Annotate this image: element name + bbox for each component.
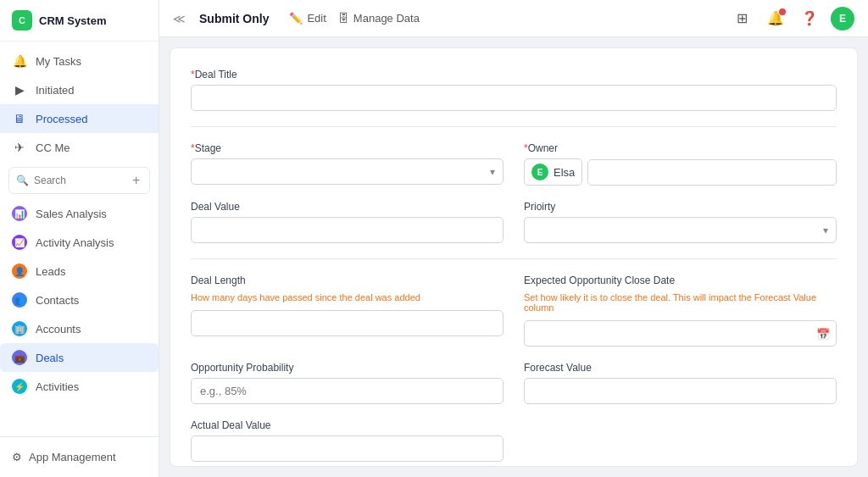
app-management-item[interactable]: ⚙ App Management	[12, 446, 147, 469]
sidebar-footer: ⚙ App Management	[0, 436, 159, 477]
main: ≪ Submit Only ✏️ Edit 🗄 Manage Data ⊞ 🔔 …	[159, 0, 868, 477]
sidebar-item-deals[interactable]: 💼 Deals	[0, 343, 159, 372]
forecast-value-label: Forecast Value	[524, 362, 837, 374]
manage-data-button[interactable]: 🗄 Manage Data	[338, 12, 420, 25]
priority-select-wrapper	[524, 217, 837, 243]
sales-analysis-icon: 📊	[12, 206, 27, 221]
leads-icon: 👤	[12, 263, 27, 279]
topbar-title: Submit Only	[199, 12, 269, 25]
add-search-button[interactable]: +	[131, 172, 142, 189]
gear-icon: ⚙	[12, 451, 22, 463]
topbar-right: ⊞ 🔔 ❓ E	[729, 6, 854, 31]
database-icon: 🗄	[338, 12, 349, 25]
topbar-actions: ✏️ Edit 🗄 Manage Data	[289, 12, 419, 25]
stage-select[interactable]	[191, 158, 504, 185]
owner-label: *Owner	[524, 142, 837, 154]
topbar: ≪ Submit Only ✏️ Edit 🗄 Manage Data ⊞ 🔔 …	[159, 0, 868, 37]
divider-1	[191, 126, 837, 127]
deal-value-label: Deal Value	[191, 201, 504, 213]
send-icon: ✈	[12, 140, 27, 155]
owner-group: *Owner E Elsa	[524, 142, 837, 186]
grid-icon-button[interactable]: ⊞	[729, 6, 754, 31]
deal-length-group: Deal Length How many days have passed si…	[191, 275, 504, 347]
search-input[interactable]	[34, 175, 125, 186]
app-title: CRM System	[39, 14, 106, 27]
actual-deal-row: Actual Deal Value	[191, 419, 837, 462]
length-close-row: Deal Length How many days have passed si…	[191, 275, 837, 347]
actual-deal-input[interactable]	[191, 435, 504, 462]
deal-length-hint: How many days have passed since the deal…	[191, 292, 504, 302]
stage-label: *Stage	[191, 142, 504, 154]
expected-close-label: Expected Opportunity Close Date	[524, 275, 837, 286]
deal-value-input[interactable]	[191, 217, 504, 243]
sidebar-header: C CRM System	[0, 0, 159, 42]
sidebar-item-contacts[interactable]: 👥 Contacts	[0, 286, 159, 314]
deal-length-input[interactable]	[191, 310, 504, 336]
activities-icon: ⚡	[12, 379, 27, 394]
collapse-button[interactable]: ≪	[173, 12, 186, 25]
sidebar-item-accounts[interactable]: 🏢 Accounts	[0, 314, 159, 343]
opp-prob-group: Opportunity Probability	[191, 362, 504, 404]
value-priority-row: Deal Value Prioirty	[191, 201, 837, 243]
sidebar-item-activities[interactable]: ⚡ Activities	[0, 372, 159, 401]
deal-title-group: *Deal Title	[191, 69, 837, 111]
owner-display: E Elsa	[524, 158, 582, 186]
calendar-icon-expected[interactable]: 📅	[816, 327, 830, 340]
sidebar-item-my-tasks[interactable]: 🔔 My Tasks	[0, 47, 159, 75]
expected-close-input[interactable]	[524, 320, 837, 347]
expected-close-date-wrapper: 📅	[524, 320, 837, 347]
notifications-button[interactable]: 🔔	[763, 6, 788, 31]
activity-analysis-icon: 📈	[12, 235, 27, 250]
owner-avatar: E	[531, 164, 548, 180]
placeholder-group	[524, 419, 837, 462]
expected-close-group: Expected Opportunity Close Date Set how …	[524, 275, 837, 347]
stage-group: *Stage	[191, 142, 504, 186]
sidebar-item-leads[interactable]: 👤 Leads	[0, 257, 159, 286]
help-button[interactable]: ❓	[797, 6, 822, 31]
sidebar-item-sales-analysis[interactable]: 📊 Sales Analysis	[0, 199, 159, 228]
owner-name: Elsa	[554, 166, 575, 179]
notification-dot	[779, 8, 786, 15]
owner-row: E Elsa	[524, 158, 837, 186]
play-icon: ▶	[12, 82, 27, 97]
deal-title-label: *Deal Title	[191, 69, 837, 80]
search-bar: 🔍 +	[8, 167, 150, 194]
sidebar-item-processed[interactable]: 🖥 Processed	[0, 104, 159, 133]
expected-close-hint: Set how likely it is to close the deal. …	[524, 292, 837, 313]
sidebar: C CRM System 🔔 My Tasks ▶ Initiated 🖥 Pr…	[0, 0, 159, 477]
edit-button[interactable]: ✏️ Edit	[289, 12, 326, 25]
accounts-icon: 🏢	[12, 321, 27, 336]
user-avatar[interactable]: E	[831, 7, 854, 31]
deal-value-group: Deal Value	[191, 201, 504, 243]
stage-owner-row: *Stage *Owner E Elsa	[191, 142, 837, 186]
opp-prob-input[interactable]	[191, 378, 504, 404]
opp-prob-label: Opportunity Probability	[191, 362, 504, 374]
search-icon: 🔍	[16, 175, 29, 186]
actual-deal-group: Actual Deal Value	[191, 419, 504, 462]
bell-icon: 🔔	[12, 53, 27, 69]
form-content: *Deal Title *Stage *Owner	[170, 47, 858, 467]
deals-icon: 💼	[12, 350, 27, 365]
sidebar-item-initiated[interactable]: ▶ Initiated	[0, 75, 159, 104]
priority-select[interactable]	[524, 217, 837, 243]
sidebar-item-activity-analysis[interactable]: 📈 Activity Analysis	[0, 228, 159, 257]
sidebar-item-cc-me[interactable]: ✈ CC Me	[0, 133, 159, 162]
owner-extra-input[interactable]	[587, 159, 837, 186]
priority-label: Prioirty	[524, 201, 837, 213]
deal-length-label: Deal Length	[191, 275, 504, 286]
forecast-value-input[interactable]	[524, 378, 837, 404]
actual-deal-label: Actual Deal Value	[191, 419, 504, 431]
deal-title-input[interactable]	[191, 85, 837, 111]
monitor-icon: 🖥	[12, 111, 27, 126]
stage-select-wrapper	[191, 158, 504, 185]
divider-2	[191, 258, 837, 259]
contacts-icon: 👥	[12, 292, 27, 308]
app-logo: C	[12, 10, 32, 31]
sidebar-nav: 🔔 My Tasks ▶ Initiated 🖥 Processed ✈ CC …	[0, 42, 159, 436]
forecast-value-group: Forecast Value	[524, 362, 837, 404]
prob-forecast-row: Opportunity Probability Forecast Value	[191, 362, 837, 404]
priority-group: Prioirty	[524, 201, 837, 243]
edit-icon: ✏️	[289, 12, 303, 25]
